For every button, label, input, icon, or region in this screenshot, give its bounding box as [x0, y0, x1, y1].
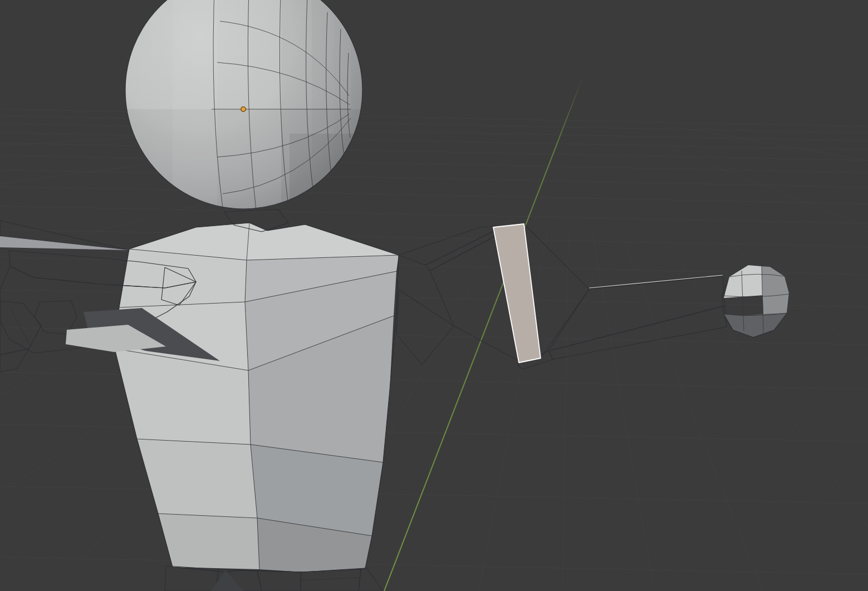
object-origin-dot: [241, 107, 246, 111]
blender-3d-viewport[interactable]: [0, 0, 868, 591]
viewport-canvas[interactable]: [0, 0, 868, 591]
